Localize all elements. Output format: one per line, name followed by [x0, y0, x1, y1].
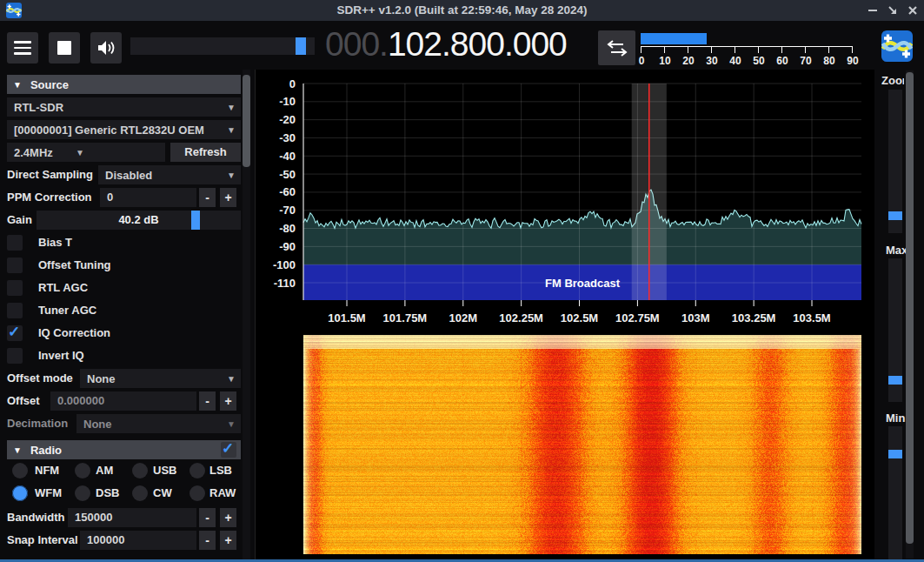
- svg-text:-10: -10: [279, 95, 296, 108]
- snap-plus-button[interactable]: +: [220, 531, 236, 550]
- svg-text:-110: -110: [274, 277, 296, 290]
- mode-dsb-radio[interactable]: [75, 485, 90, 501]
- right-scrollbar[interactable]: [906, 70, 914, 559]
- snr-tick-label: 70: [800, 55, 811, 67]
- ppm-input[interactable]: 0: [100, 188, 196, 207]
- source-type-dropdown[interactable]: RTL-SDR ▼: [7, 97, 241, 117]
- samplerate-dropdown[interactable]: 2.4MHz ▼: [7, 143, 165, 162]
- restore-button[interactable]: [887, 4, 899, 17]
- snap-minus-button[interactable]: -: [199, 531, 216, 550]
- gain-slider[interactable]: 40.2 dB: [37, 211, 241, 230]
- iq-correction-checkbox[interactable]: ✓: [7, 325, 23, 341]
- bandwidth-label: Bandwidth: [7, 508, 64, 527]
- minimize-button[interactable]: [867, 4, 879, 17]
- sidebar: ▼ Source RTL-SDR ▼ [00000001] Generic RT…: [0, 70, 241, 559]
- min-slider-handle[interactable]: [888, 450, 902, 458]
- svg-text:102.25M: 102.25M: [499, 311, 543, 324]
- bandwidth-plus-button[interactable]: +: [220, 508, 236, 527]
- bandwidth-minus-button[interactable]: -: [199, 508, 216, 527]
- speaker-icon: [96, 37, 116, 58]
- direct-sampling-dropdown[interactable]: Disabled ▼: [98, 165, 241, 184]
- refresh-button[interactable]: Refresh: [170, 143, 241, 162]
- svg-text:-100: -100: [273, 258, 296, 271]
- sidebar-scrollbar[interactable]: [243, 70, 250, 559]
- svg-text:103.5M: 103.5M: [793, 311, 830, 324]
- max-slider[interactable]: [888, 258, 902, 402]
- frequency-display[interactable]: 000.102.800.000: [325, 21, 567, 68]
- checkbox-label: Tuner AGC: [38, 303, 96, 318]
- rtl-agc-checkbox[interactable]: ✓: [7, 280, 23, 296]
- snr-tick: [828, 46, 829, 53]
- radio-enable-checkbox[interactable]: ✓: [221, 442, 236, 458]
- snr-tick-label: 60: [776, 55, 788, 67]
- svg-text:-30: -30: [279, 131, 296, 144]
- right-scrollbar-thumb[interactable]: [906, 72, 914, 544]
- right-panel: Zoom Max Min: [874, 70, 924, 559]
- waterfall-display[interactable]: [303, 335, 861, 554]
- mode-cw-radio[interactable]: [132, 485, 148, 501]
- snr-tick-label: 80: [823, 55, 834, 67]
- mode-nfm-radio[interactable]: [12, 463, 28, 478]
- ppm-plus-button[interactable]: +: [220, 188, 236, 207]
- max-slider-handle[interactable]: [888, 376, 902, 385]
- snr-meter-axis: [641, 46, 853, 47]
- gain-label: Gain: [7, 211, 32, 230]
- snr-tick: [805, 46, 806, 53]
- device-dropdown[interactable]: [00000001] Generic RTL2832U OEM ▼: [7, 120, 241, 139]
- volume-slider-handle[interactable]: [296, 37, 306, 55]
- svg-text:-90: -90: [279, 240, 296, 253]
- offset-input[interactable]: 0.000000: [50, 391, 196, 411]
- mode-usb-radio[interactable]: [132, 463, 148, 478]
- checkbox-row: ✓RTL AGC: [7, 280, 241, 296]
- sidebar-scrollbar-thumb[interactable]: [243, 75, 250, 167]
- bias-t-checkbox[interactable]: ✓: [7, 235, 23, 251]
- decimation-dropdown[interactable]: None ▼: [76, 414, 241, 433]
- volume-slider[interactable]: [130, 37, 315, 55]
- stop-button[interactable]: [49, 32, 80, 64]
- direct-sampling-value: Disabled: [105, 169, 152, 182]
- zoom-slider[interactable]: [888, 90, 902, 233]
- mode-am-radio[interactable]: [75, 463, 90, 478]
- svg-text:102.75M: 102.75M: [615, 311, 660, 324]
- snr-tick-label: 20: [682, 55, 694, 67]
- svg-text:-40: -40: [279, 150, 296, 163]
- mute-button[interactable]: [90, 32, 122, 64]
- svg-text:102M: 102M: [449, 311, 478, 324]
- tuner-agc-checkbox[interactable]: ✓: [7, 303, 23, 318]
- spectrum-plot[interactable]: FM Broadcast101.5M101.75M102M102.25M102.…: [256, 70, 874, 331]
- main-plot-area: FM Broadcast101.5M101.75M102M102.25M102.…: [255, 70, 874, 559]
- direct-sampling-label: Direct Sampling: [7, 165, 93, 184]
- dropdown-arrow-icon: ▼: [227, 125, 236, 135]
- ppm-minus-button[interactable]: -: [199, 188, 216, 207]
- gain-slider-handle[interactable]: [191, 211, 200, 230]
- invert-iq-checkbox[interactable]: ✓: [7, 348, 23, 364]
- mode-raw-radio[interactable]: [189, 485, 205, 501]
- menu-button[interactable]: [7, 32, 38, 64]
- offset-minus-button[interactable]: -: [199, 391, 216, 411]
- frequency-ghz-digits: 000.: [325, 25, 388, 63]
- mode-wfm-radio[interactable]: [12, 485, 28, 501]
- source-panel-header[interactable]: ▼ Source: [7, 75, 241, 94]
- radio-panel-header[interactable]: ▼ Radio ✓: [7, 440, 241, 459]
- close-button[interactable]: [907, 4, 919, 17]
- gain-value: 40.2 dB: [118, 213, 158, 226]
- svg-text:102.5M: 102.5M: [561, 311, 598, 324]
- ppm-label: PPM Correction: [7, 188, 92, 207]
- offset-plus-button[interactable]: +: [220, 391, 236, 411]
- offset-tuning-checkbox[interactable]: ✓: [7, 258, 23, 273]
- snr-tick-label: 30: [706, 55, 717, 67]
- mode-label: DSB: [96, 484, 119, 503]
- mode-label: WFM: [35, 484, 62, 503]
- min-slider[interactable]: [888, 426, 902, 559]
- stop-icon: [57, 41, 71, 55]
- collapse-arrow-icon: ▼: [13, 80, 22, 90]
- vfo-swap-button[interactable]: [598, 30, 635, 65]
- zoom-slider-handle[interactable]: [888, 211, 902, 220]
- mode-lsb-radio[interactable]: [189, 463, 205, 478]
- offset-mode-dropdown[interactable]: None ▼: [80, 369, 241, 388]
- bandwidth-input[interactable]: 150000: [68, 508, 196, 527]
- snr-tick: [758, 46, 759, 53]
- snap-interval-input[interactable]: 100000: [80, 531, 196, 550]
- svg-text:-50: -50: [279, 168, 296, 181]
- source-type-value: RTL-SDR: [14, 101, 63, 114]
